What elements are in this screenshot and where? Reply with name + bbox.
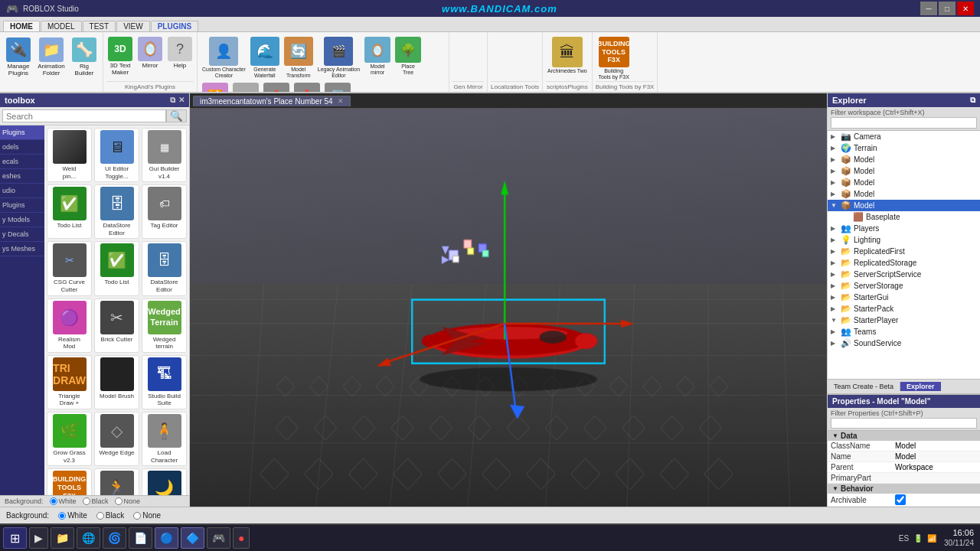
plugin-load-character[interactable]: 🧍 LoadCharacter <box>142 412 187 466</box>
tree-item-starter-gui[interactable]: ▶ 📂 StarterGui <box>828 292 980 303</box>
plugin-studio-build[interactable]: 🏗 Studio BuildSuite <box>142 355 187 409</box>
plugin-wedge-edge[interactable]: ◇ Wedge Edge <box>94 412 139 466</box>
tree-item-lighting[interactable]: ▶ 💡 Lighting <box>828 234 980 246</box>
taskbar-app-chrome[interactable]: 🌀 <box>103 527 126 549</box>
tree-item-camera[interactable]: ▶ 📷 Camera <box>828 131 980 142</box>
status-bg-white[interactable]: White <box>58 511 87 520</box>
prop-archivable-checkbox[interactable] <box>895 494 906 505</box>
nav-item-plugins[interactable]: Plugins <box>0 126 44 140</box>
properties-data-header[interactable]: ▼ Data <box>828 431 980 441</box>
bg-black-option[interactable]: Black <box>83 497 109 505</box>
scene-container[interactable] <box>190 109 827 507</box>
animation-folder-button[interactable]: 📁 AnimationFolder <box>36 36 67 79</box>
plugin-triangle-draw[interactable]: TRIDRAW TriangleDraw + <box>47 355 92 409</box>
help-button[interactable]: ? Help <box>166 35 194 71</box>
plugin-tag-editor[interactable]: 🏷 Tag Editor <box>142 184 187 239</box>
place-tree-button[interactable]: 🌳 PlaceTree <box>394 35 423 77</box>
start-button[interactable]: ⊞ <box>3 527 27 549</box>
viewport[interactable]: im3meencantatown's Place Number 54 ✕ <box>190 93 827 507</box>
taskbar-app-ie[interactable]: 🌐 <box>77 527 100 549</box>
plugin-grow-grass[interactable]: 🌿 Grow Grassv2.3 <box>47 412 92 466</box>
model-transform-button[interactable]: 🔄 ModelTransform <box>283 35 315 80</box>
maximize-button[interactable]: □ <box>939 2 956 15</box>
tree-item-model-2[interactable]: ▶ 📦 Model <box>828 165 980 177</box>
viewport-tab-active[interactable]: im3meencantatown's Place Number 54 ✕ <box>193 96 351 106</box>
plugin-building-tools[interactable]: BUILDINGTOOLSF3X BuildingTools by... <box>47 468 92 495</box>
building-tools-f3x-button[interactable]: BUILDINGTOOLSF3X BuildingTools by F3X <box>596 35 632 81</box>
plugin-brick-cutter[interactable]: ✂ Brick Cutter <box>94 298 139 353</box>
tree-item-model-3[interactable]: ▶ 📦 Model <box>828 177 980 188</box>
tree-item-teams[interactable]: ▶ 👥 Teams <box>828 326 980 337</box>
tab-explorer[interactable]: Explorer <box>900 382 941 391</box>
toolbox-search-input[interactable] <box>2 109 166 122</box>
export-button[interactable]: 📤 Export <box>262 81 291 93</box>
systray-clock[interactable]: 16:06 30/11/24 <box>941 528 977 547</box>
bg-none-option[interactable]: None <box>115 497 141 505</box>
tree-item-replicated-first[interactable]: ▶ 📂 ReplicatedFirst <box>828 246 980 257</box>
tree-item-baseplate[interactable]: 🟫 Baseplate <box>828 211 980 223</box>
plugin-datastore-editor[interactable]: 🗄 DataStoreEditor <box>94 184 139 239</box>
taskbar-app-roblox-player[interactable]: 🔵 <box>155 527 178 549</box>
legacy-animation-editor-button[interactable]: 🎬 Legacy AnimationEditor <box>316 35 361 80</box>
tab-team-create[interactable]: Team Create - Beta <box>828 382 900 391</box>
minimize-button[interactable]: ─ <box>920 2 937 15</box>
tree-item-model-selected[interactable]: ▼ 📦 Model <box>828 200 980 211</box>
tree-item-server-script[interactable]: ▶ 📂 ServerScriptService <box>828 269 980 280</box>
close-button[interactable]: ✕ <box>957 2 974 15</box>
tab-test[interactable]: TEST <box>83 21 116 31</box>
tab-model[interactable]: MODEL <box>41 21 82 31</box>
toolbox-close-button[interactable]: ✕ <box>178 96 185 105</box>
plugin-csg-curve[interactable]: ✂ CSG CurveCutter <box>47 241 92 295</box>
tree-item-sound-service[interactable]: ▶ 🔊 SoundService <box>828 337 980 349</box>
plugin-todo-list-2[interactable]: ✅ Todo List <box>94 241 139 295</box>
plugin-datastore-editor-2[interactable]: 🗄 DataStoreEditor <box>142 241 187 295</box>
nav-item-models[interactable]: odels <box>0 140 44 155</box>
generate-waterfall-button[interactable]: 🌊 GenerateWaterfall <box>249 35 281 80</box>
tree-item-terrain[interactable]: ▶ 🌍 Terrain <box>828 142 980 154</box>
viewport-tab-close[interactable]: ✕ <box>338 97 344 105</box>
tab-plugins[interactable]: PLUGINS <box>151 21 198 31</box>
tree-item-starter-pack[interactable]: ▶ 📂 StarterPack <box>828 303 980 315</box>
taskbar-app-document[interactable]: 📄 <box>129 527 152 549</box>
nav-item-my-decals[interactable]: y Decals <box>0 227 44 242</box>
explorer-dock-icon[interactable]: ⧉ <box>970 96 975 105</box>
toolbox-search-button[interactable]: 🔍 <box>166 109 187 122</box>
tree-item-model-1[interactable]: ▶ 📦 Model <box>828 154 980 165</box>
plugin-wedged-terrain[interactable]: WedgedTerrain Wedgedterrain <box>142 298 187 353</box>
rig-builder-button[interactable]: 🦴 RigBuilder <box>69 36 100 79</box>
manage-plugins-button[interactable]: 🔌 ManagePlugins <box>3 36 34 79</box>
custom-character-creator-button[interactable]: 👤 Custom CharacterCreator <box>201 35 247 80</box>
plugin-ui-editor[interactable]: 🖥 UI EditorToggle... <box>94 128 139 182</box>
prop-name-value[interactable]: Model <box>892 452 977 461</box>
test-capture-button[interactable]: 📷 TestCapture <box>231 81 260 93</box>
properties-filter-input[interactable] <box>831 418 977 429</box>
taskbar-app-folder[interactable]: 📁 <box>51 527 74 549</box>
import-button[interactable]: 📥 Import <box>292 81 322 93</box>
properties-behavior-header[interactable]: ▼ Behavior <box>828 484 980 494</box>
taskbar-app-roblox-studio[interactable]: 🔷 <box>181 527 204 549</box>
plugin-day-night[interactable]: 🌙 Day AndNight... <box>142 468 187 495</box>
bg-white-option[interactable]: White <box>50 497 77 505</box>
status-bg-black[interactable]: Black <box>96 511 124 520</box>
explorer-filter-input[interactable] <box>831 117 977 129</box>
nav-item-my-models[interactable]: y Models <box>0 213 44 227</box>
plugin-weld-pin[interactable]: Weldpin... <box>47 128 92 182</box>
nav-item-audio[interactable]: udio <box>0 184 44 198</box>
tree-item-model-4[interactable]: ▶ 📦 Model <box>828 188 980 200</box>
toolbox-undock-button[interactable]: ⧉ <box>170 96 175 105</box>
taskbar-app-red[interactable]: ● <box>233 527 250 549</box>
nav-item-decals[interactable]: ecals <box>0 155 44 169</box>
reflect-button[interactable]: 🔁 Reflect <box>201 81 230 93</box>
tree-item-replicated-storage[interactable]: ▶ 📂 ReplicatedStorage <box>828 257 980 269</box>
3d-text-maker-button[interactable]: 3D 3D TextMaker <box>106 35 134 78</box>
tree-item-server-storage[interactable]: ▶ 📂 ServerStorage <box>828 280 980 292</box>
taskbar-app-game[interactable]: 🎮 <box>207 527 230 549</box>
model-mirror-button[interactable]: 🪞 Modelmirror <box>363 35 392 77</box>
nav-item-my-meshes[interactable]: ys Meshes <box>0 242 44 256</box>
nav-item-my-plugins[interactable]: Plugins <box>0 198 44 213</box>
mirror-button[interactable]: 🪞 Mirror <box>136 35 164 71</box>
test-language-button[interactable]: 🔤 TestLanguage <box>323 81 352 93</box>
tab-view[interactable]: VIEW <box>116 21 150 31</box>
nav-item-meshes[interactable]: eshes <box>0 169 44 184</box>
archimedes-two-button[interactable]: 🏛 Archimedes Two <box>546 35 589 76</box>
